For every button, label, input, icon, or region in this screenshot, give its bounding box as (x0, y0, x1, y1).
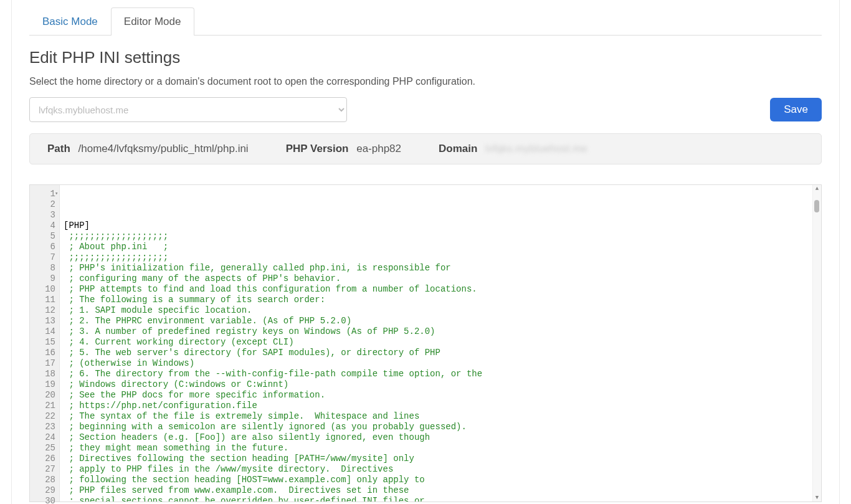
code-line[interactable]: ; Section headers (e.g. [Foo]) are also … (64, 432, 812, 443)
code-line[interactable]: ; The following is a summary of its sear… (64, 295, 812, 305)
line-number: 3 (32, 210, 55, 221)
domain-label: Domain (439, 143, 477, 155)
line-number: 6 (32, 242, 55, 252)
line-number: 13 (32, 316, 55, 326)
path-value: /home4/lvfqksmy/public_html/php.ini (78, 143, 249, 155)
line-number: 29 (32, 485, 55, 496)
line-number: 25 (32, 443, 55, 454)
line-number: 21 (32, 401, 55, 411)
code-line[interactable]: ; https://php.net/configuration.file (64, 401, 812, 411)
code-line[interactable]: ; PHP files served from www.example.com.… (64, 485, 812, 496)
code-line[interactable]: ; 3. A number of predefined registry key… (64, 326, 812, 337)
line-number: 7 (32, 252, 55, 263)
code-line[interactable]: ;;;;;;;;;;;;;;;;;;; (64, 231, 812, 242)
code-line[interactable]: ; configuring many of the aspects of PHP… (64, 273, 812, 284)
tab-editor-mode[interactable]: Editor Mode (111, 7, 194, 36)
line-number: 28 (32, 475, 55, 485)
line-number: 10 (32, 284, 55, 295)
code-line[interactable]: ; Windows directory (C:windows or C:winn… (64, 379, 812, 390)
line-number: 2 (32, 199, 55, 210)
code-line[interactable]: ; 5. The web server's directory (for SAP… (64, 348, 812, 358)
tab-basic-mode[interactable]: Basic Mode (29, 7, 111, 36)
code-line[interactable]: ; 1. SAPI module specific location. (64, 305, 812, 316)
scroll-thumb[interactable] (814, 200, 819, 212)
domain-select[interactable]: lvfqks.mybluehost.me (29, 97, 347, 122)
save-button[interactable]: Save (770, 98, 822, 121)
code-line[interactable]: ; 4. Current working directory (except C… (64, 337, 812, 348)
mode-tabs: Basic Mode Editor Mode (29, 7, 822, 36)
path-label: Path (47, 143, 70, 155)
line-number: 15 (32, 337, 55, 348)
scroll-down-icon[interactable]: ▼ (813, 494, 821, 502)
line-number: 9 (32, 273, 55, 284)
info-domain: Domain lvfqks.mybluehost.me (439, 143, 587, 155)
info-version: PHP Version ea-php82 (286, 143, 401, 155)
php-ini-panel: Basic Mode Editor Mode Edit PHP INI sett… (11, 0, 840, 504)
line-gutter: ▾ 12345678910111213141516171819202122232… (30, 185, 60, 502)
line-number: 8 (32, 263, 55, 273)
line-number: 11 (32, 295, 55, 305)
line-number: 4 (32, 221, 55, 231)
code-line[interactable]: ; 6. The directory from the --with-confi… (64, 369, 812, 379)
code-line[interactable]: ; 2. The PHPRC environment variable. (As… (64, 316, 812, 326)
code-editor[interactable]: ▾ 12345678910111213141516171819202122232… (29, 184, 822, 502)
code-line[interactable]: ; PHP attempts to find and load this con… (64, 284, 812, 295)
line-number: 14 (32, 326, 55, 337)
line-number: 5 (32, 231, 55, 242)
code-line[interactable]: ; they might mean something in the futur… (64, 443, 812, 454)
version-value: ea-php82 (356, 143, 401, 155)
line-number: 12 (32, 305, 55, 316)
line-number: 27 (32, 464, 55, 475)
line-number: 26 (32, 454, 55, 464)
controls-row: lvfqks.mybluehost.me Save (29, 97, 822, 122)
info-path: Path /home4/lvfqksmy/public_html/php.ini (47, 143, 249, 155)
editor-scrollbar[interactable]: ▲ ▼ (812, 185, 821, 502)
line-number: 23 (32, 422, 55, 432)
version-label: PHP Version (286, 143, 349, 155)
line-number: 22 (32, 411, 55, 422)
line-number: 17 (32, 358, 55, 369)
line-number: 30 (32, 496, 55, 504)
code-line[interactable]: ; Directives following the section headi… (64, 454, 812, 464)
code-line[interactable]: ; See the PHP docs for more specific inf… (64, 390, 812, 401)
code-line[interactable]: ; (otherwise in Windows) (64, 358, 812, 369)
code-line[interactable]: ; About php.ini ; (64, 242, 812, 252)
code-line[interactable]: ; special sections cannot be overridden … (64, 496, 812, 502)
scroll-up-icon[interactable]: ▲ (813, 185, 821, 193)
line-number: 20 (32, 390, 55, 401)
code-line[interactable]: ; following the section heading [HOST=ww… (64, 475, 812, 485)
code-line[interactable]: ; apply to PHP files in the /www/mysite … (64, 464, 812, 475)
code-line[interactable]: ; PHP's initialization file, generally c… (64, 263, 812, 273)
page-description: Select the home directory or a domain's … (29, 76, 822, 87)
domain-value: lvfqks.mybluehost.me (485, 143, 587, 155)
code-line[interactable]: ;;;;;;;;;;;;;;;;;;; (64, 252, 812, 263)
page-title: Edit PHP INI settings (29, 48, 822, 67)
line-number: 19 (32, 379, 55, 390)
code-line[interactable]: [PHP] (64, 221, 812, 231)
code-line[interactable]: ; The syntax of the file is extremely si… (64, 411, 812, 422)
info-bar: Path /home4/lvfqksmy/public_html/php.ini… (29, 133, 822, 164)
line-number: 16 (32, 348, 55, 358)
line-number: 1 (32, 189, 55, 199)
line-number: 24 (32, 432, 55, 443)
line-number: 18 (32, 369, 55, 379)
code-line[interactable]: ; beginning with a semicolon are silentl… (64, 422, 812, 432)
code-area[interactable]: [PHP] ;;;;;;;;;;;;;;;;;;; ; About php.in… (60, 185, 812, 502)
fold-icon[interactable]: ▾ (55, 189, 58, 199)
